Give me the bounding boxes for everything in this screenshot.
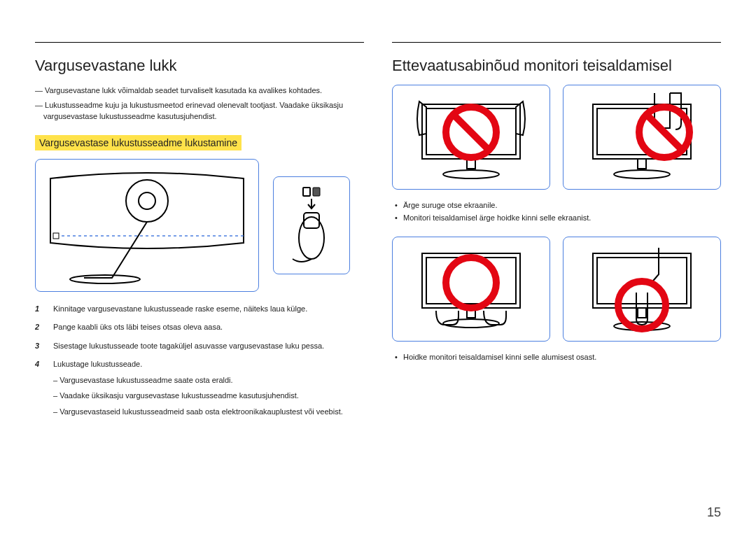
svg-rect-22 — [426, 258, 516, 304]
dont-press-screen-figure — [392, 85, 550, 190]
monitor-hold-stand-illustration — [572, 244, 712, 335]
svg-point-25 — [446, 258, 496, 308]
svg-rect-21 — [422, 253, 520, 308]
svg-point-0 — [126, 180, 168, 222]
svg-point-1 — [139, 192, 155, 209]
step-text: Kinnitage vargusevastane lukustusseade r… — [53, 303, 307, 315]
svg-rect-5 — [303, 188, 310, 196]
step-sub: Vargusevastaseid lukustusseadmeid saab o… — [53, 406, 343, 418]
step: 3 Sisestage lukustusseade toote tagakülj… — [35, 340, 364, 352]
bullet-item: Hoidke monitori teisaldamisel kinni sell… — [392, 351, 721, 364]
rule — [35, 42, 364, 43]
right-heading: Ettevaatusabinõud monitori teisaldamisel — [392, 57, 721, 75]
page-number: 15 — [707, 505, 721, 520]
lock-inset-figure — [273, 176, 350, 274]
monitor-with-hands-illustration — [401, 92, 541, 183]
svg-line-14 — [453, 114, 489, 150]
step-text: Lukustage lukustusseade. — [53, 358, 343, 370]
left-heading: Vargusevastane lukk — [35, 57, 364, 75]
left-subheading: Vargusevastase lukustusseadme lukustamin… — [35, 135, 241, 150]
step-sub: Vargusevastase lukustusseadme saate osta… — [53, 374, 343, 386]
svg-rect-4 — [53, 233, 59, 239]
step-number: 4 — [35, 358, 43, 417]
intro-item: Vargusevastane lukk võimaldab seadet tur… — [35, 85, 364, 97]
bullet-item: Monitori teisaldamisel ärge hoidke kinni… — [392, 212, 721, 225]
step-text: Pange kaabli üks ots läbi teises otsas o… — [53, 321, 223, 333]
svg-point-12 — [443, 170, 499, 178]
bullet-item: Ärge suruge otse ekraanile. — [392, 199, 721, 212]
step-number: 2 — [35, 321, 43, 333]
step: 4 Lukustage lukustusseade. Vargusevastas… — [35, 358, 364, 417]
svg-line-20 — [646, 114, 682, 150]
svg-point-24 — [443, 319, 499, 328]
svg-point-2 — [70, 275, 140, 283]
hold-stand-figure — [563, 237, 721, 342]
step-text: Sisestage lukustusseade toote tagaküljel… — [53, 340, 324, 352]
figure-row — [35, 159, 364, 292]
intro-list: Vargusevastane lukk võimaldab seadet tur… — [35, 85, 364, 122]
rule — [392, 42, 721, 43]
step-number: 3 — [35, 340, 43, 352]
monitor-hold-bottom-illustration — [401, 244, 541, 335]
monitor-grip-screen-illustration — [572, 92, 712, 183]
step: 1 Kinnitage vargusevastane lukustusseade… — [35, 303, 364, 315]
svg-rect-8 — [304, 213, 319, 228]
intro-item: Lukustusseadme kuju ja lukustusmeetod er… — [35, 99, 364, 122]
step-number: 1 — [35, 303, 43, 315]
left-column: Vargusevastane lukk Vargusevastane lukk … — [35, 42, 364, 424]
svg-rect-6 — [313, 188, 320, 196]
dont-hold-screen-figure — [563, 85, 721, 190]
hold-bottom-figure — [392, 237, 550, 342]
monitor-back-illustration — [42, 166, 252, 285]
svg-rect-17 — [638, 159, 646, 169]
svg-point-7 — [299, 217, 324, 259]
two-column-layout: Vargusevastane lukk Vargusevastane lukk … — [35, 42, 721, 424]
svg-point-18 — [614, 170, 670, 178]
precaution-grid-bottom — [392, 237, 721, 342]
top-bullet-list: Ärge suruge otse ekraanile. Monitori tei… — [392, 199, 721, 224]
monitor-back-figure — [35, 159, 259, 292]
svg-rect-28 — [638, 308, 646, 318]
bottom-bullet-list: Hoidke monitori teisaldamisel kinni sell… — [392, 351, 721, 364]
lock-illustration — [280, 183, 343, 267]
step-sub: Vaadake üksikasju vargusevastase lukustu… — [53, 390, 343, 402]
step: 2 Pange kaabli üks ots läbi teises otsas… — [35, 321, 364, 333]
steps-list: 1 Kinnitage vargusevastane lukustusseade… — [35, 303, 364, 418]
step-body: Lukustage lukustusseade. Vargusevastase … — [53, 358, 343, 417]
right-column: Ettevaatusabinõud monitori teisaldamisel — [392, 42, 721, 424]
precaution-grid-top — [392, 85, 721, 190]
